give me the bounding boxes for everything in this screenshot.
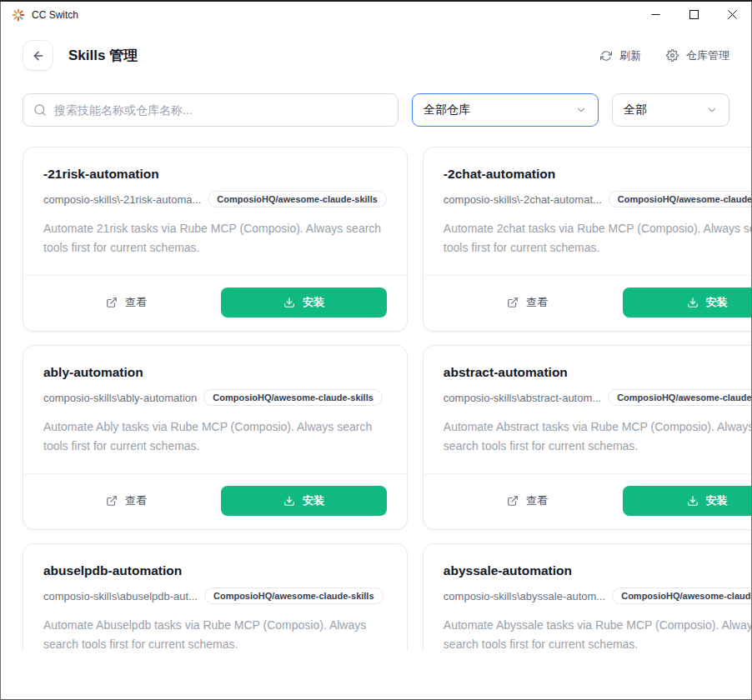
skill-path: composio-skills\abuselpdb-aut... xyxy=(43,590,198,602)
skill-card: abyssale-automation composio-skills\abys… xyxy=(423,543,751,651)
view-button[interactable]: 查看 xyxy=(43,288,209,318)
category-filter-value: 全部 xyxy=(624,102,647,118)
app-starburst-icon xyxy=(12,8,25,22)
skill-repo-badge: ComposioHQ/awesome-claude-skills xyxy=(204,588,384,604)
refresh-icon xyxy=(600,50,612,62)
skill-description: Automate Abuselpdb tasks via Rube MCP (C… xyxy=(43,616,387,651)
minimize-button[interactable] xyxy=(636,2,674,28)
window-title: CC Switch xyxy=(32,9,78,21)
skills-scroll-area[interactable]: -21risk-automation composio-skills\-21ri… xyxy=(1,147,751,651)
external-link-icon xyxy=(507,297,519,308)
skill-repo-badge: ComposioHQ/awesome-claude-skills xyxy=(203,389,383,406)
skill-card: abstract-automation composio-skills\abst… xyxy=(423,345,751,530)
download-icon xyxy=(283,297,295,308)
external-link-icon xyxy=(106,495,118,507)
skill-repo-badge: ComposioHQ/awesome-claude-skills xyxy=(612,588,751,604)
skill-card: abuselpdb-automation composio-skills\abu… xyxy=(23,543,408,651)
skill-title: ably-automation xyxy=(43,365,387,380)
repo-filter-select[interactable]: 全部仓库 xyxy=(412,93,599,127)
skill-path: composio-skills\ably-automation xyxy=(43,392,197,404)
category-filter-select[interactable]: 全部 xyxy=(612,93,729,127)
download-icon xyxy=(687,297,699,308)
filter-row: 全部仓库 全部 xyxy=(1,93,751,127)
repo-manage-label: 仓库管理 xyxy=(686,48,729,63)
external-link-icon xyxy=(507,495,519,507)
maximize-icon xyxy=(689,10,699,19)
search-box xyxy=(23,93,399,127)
back-button[interactable] xyxy=(23,40,53,71)
skill-path: composio-skills\-21risk-automa... xyxy=(43,193,201,206)
install-button[interactable]: 安装 xyxy=(623,486,751,516)
view-button-label: 查看 xyxy=(526,493,548,508)
titlebar[interactable]: CC Switch xyxy=(1,2,751,28)
view-button-label: 查看 xyxy=(125,493,147,508)
skill-repo-badge: ComposioHQ/awesome-claude-skills xyxy=(608,389,751,406)
skill-description: Automate Abyssale tasks via Rube MCP (Co… xyxy=(444,616,751,651)
repo-manage-button[interactable]: 仓库管理 xyxy=(666,48,729,63)
install-button-label: 安装 xyxy=(303,493,324,508)
app-window: CC Switch Skills 管理 刷新 仓库管理 xyxy=(0,2,752,700)
minimize-icon xyxy=(651,10,660,19)
chevron-down-icon xyxy=(575,104,587,116)
maximize-button[interactable] xyxy=(674,2,713,28)
skill-title: abyssale-automation xyxy=(444,563,751,578)
skill-title: -21risk-automation xyxy=(43,167,387,182)
search-icon xyxy=(33,103,47,117)
skill-path: composio-skills\abyssale-autom... xyxy=(444,590,605,602)
download-icon xyxy=(687,495,699,507)
skill-card: -2chat-automation composio-skills\-2chat… xyxy=(423,147,751,332)
search-input[interactable] xyxy=(54,103,388,117)
download-icon xyxy=(283,495,295,507)
install-button[interactable]: 安装 xyxy=(221,288,387,318)
skill-card: ably-automation composio-skills\ably-aut… xyxy=(23,345,408,530)
skill-repo-badge: ComposioHQ/awesome-claude-skills xyxy=(609,191,751,208)
refresh-label: 刷新 xyxy=(619,48,641,63)
repo-filter-value: 全部仓库 xyxy=(424,102,470,118)
skill-path: composio-skills\-2chat-automat... xyxy=(444,193,602,206)
view-button[interactable]: 查看 xyxy=(444,288,611,318)
skill-repo-badge: ComposioHQ/awesome-claude-skills xyxy=(208,191,387,208)
skill-title: abuselpdb-automation xyxy=(43,563,387,578)
skill-description: Automate 21risk tasks via Rube MCP (Comp… xyxy=(43,219,387,257)
skill-card: -21risk-automation composio-skills\-21ri… xyxy=(23,147,408,332)
chevron-down-icon xyxy=(706,104,718,116)
close-button[interactable] xyxy=(713,2,751,28)
view-button-label: 查看 xyxy=(125,295,147,310)
skill-title: -2chat-automation xyxy=(444,167,751,182)
page-header: Skills 管理 刷新 仓库管理 xyxy=(1,28,751,71)
skill-description: Automate Abstract tasks via Rube MCP (Co… xyxy=(444,418,751,455)
view-button-label: 查看 xyxy=(526,295,548,310)
skill-description: Automate Ably tasks via Rube MCP (Compos… xyxy=(43,418,387,455)
skill-description: Automate 2chat tasks via Rube MCP (Compo… xyxy=(444,219,751,257)
skill-path: composio-skills\abstract-autom... xyxy=(444,392,601,404)
refresh-button[interactable]: 刷新 xyxy=(600,48,641,63)
arrow-left-icon xyxy=(32,49,45,62)
external-link-icon xyxy=(106,297,118,308)
close-icon xyxy=(728,10,737,19)
skill-title: abstract-automation xyxy=(444,365,751,380)
gear-icon xyxy=(666,49,679,62)
skills-grid: -21risk-automation composio-skills\-21ri… xyxy=(23,147,729,651)
page-title: Skills 管理 xyxy=(68,46,138,65)
install-button[interactable]: 安装 xyxy=(623,288,751,318)
install-button-label: 安装 xyxy=(303,295,324,310)
install-button-label: 安装 xyxy=(706,493,728,508)
view-button[interactable]: 查看 xyxy=(444,486,611,516)
view-button[interactable]: 查看 xyxy=(43,486,209,516)
install-button-label: 安装 xyxy=(706,295,728,310)
install-button[interactable]: 安装 xyxy=(221,486,387,516)
